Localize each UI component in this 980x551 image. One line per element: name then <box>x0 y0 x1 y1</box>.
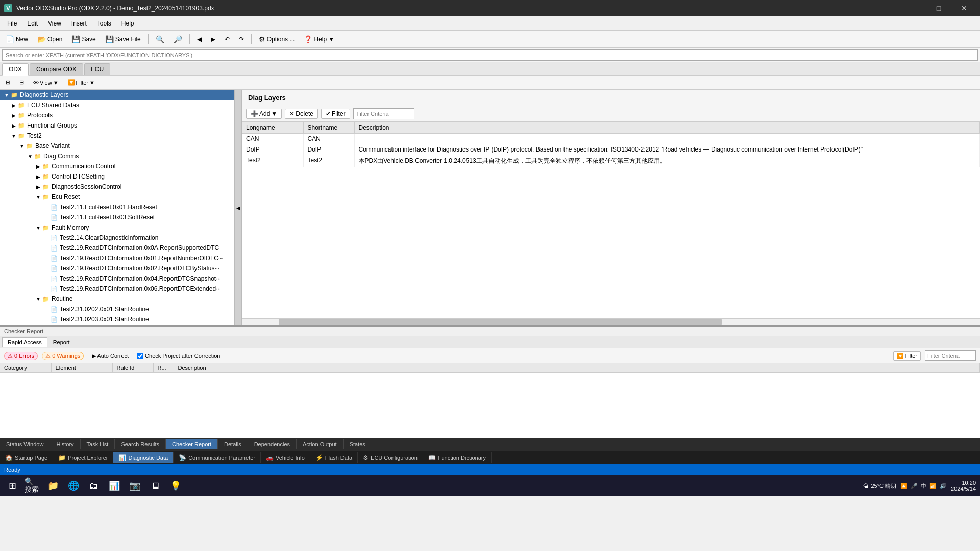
tree-item-diagnostic-layers[interactable]: ▼ 📁 Diagnostic Layers <box>0 90 234 100</box>
tree-toggle-ecu-reset[interactable]: ▼ <box>35 194 42 200</box>
tree-toggle-routine[interactable]: ▼ <box>35 296 42 302</box>
ime-icon[interactable]: 中 <box>921 482 926 490</box>
tree-item-fault1[interactable]: ▶ 📄 Test2.14.ClearDiagnosticInformation <box>0 233 234 243</box>
menu-view[interactable]: View <box>43 18 66 29</box>
search-input[interactable] <box>2 49 978 61</box>
tab-odx[interactable]: ODX <box>2 63 29 76</box>
search-icon-btn[interactable]: 🔍 <box>152 33 168 45</box>
maximize-button[interactable]: □ <box>927 0 950 16</box>
nav-tab-states[interactable]: States <box>344 439 372 449</box>
tree-toggle-diag-comms[interactable]: ▼ <box>27 154 34 159</box>
tree-item-routine2[interactable]: ▶ 📄 Test2.31.0203.0x01.StartRoutine <box>0 314 234 324</box>
tree-item-routine1[interactable]: ▶ 📄 Test2.31.0202.0x01.StartRoutine <box>0 304 234 314</box>
tree-item-fault6[interactable]: ▶ 📄 Test2.19.ReadDTCInformation.0x06.Rep… <box>0 284 234 294</box>
tree-item-base-variant[interactable]: ▼ 📁 Base Variant <box>0 141 234 151</box>
tree-item-ecu-shared-datas[interactable]: ▶ 📁 ECU Shared Datas <box>0 100 234 110</box>
dock-tab-project-explorer[interactable]: 📁 Project Explorer <box>53 452 113 463</box>
nav-tab-dependencies[interactable]: Dependencies <box>248 439 297 449</box>
tree-item-fault-memory[interactable]: ▼ 📁 Fault Memory <box>0 222 234 233</box>
delete-button[interactable]: ✕ Delete <box>285 109 318 119</box>
tree-toggle-comm-control[interactable]: ▶ <box>35 164 42 169</box>
tab-compare-odx[interactable]: Compare ODX <box>30 63 83 75</box>
find-icon-btn[interactable]: 🔎 <box>170 33 186 45</box>
tree-item-fault3[interactable]: ▶ 📄 Test2.19.ReadDTCInformation.0x01.Rep… <box>0 253 234 263</box>
nav-tab-status-window[interactable]: Status Window <box>0 439 50 449</box>
nav-tab-action-output[interactable]: Action Output <box>297 439 344 449</box>
tree-toggle-protocols[interactable]: ▶ <box>10 113 17 118</box>
tree-container[interactable]: ▼ 📁 Diagnostic Layers ▶ 📁 ECU Shared Dat… <box>0 90 234 325</box>
camera-taskbar-icon[interactable]: 📷 <box>127 478 143 494</box>
add-button[interactable]: ➕ Add ▼ <box>246 109 282 119</box>
save-file-button[interactable]: 💾 Save File <box>102 33 144 45</box>
options-button[interactable]: ⚙ Options ... <box>255 33 299 45</box>
tab-ecu[interactable]: ECU <box>84 63 110 75</box>
tree-item-control-dtcsetting[interactable]: ▶ 📁 Control DTCSetting <box>0 171 234 182</box>
check-project-option[interactable]: Check Project after Correction <box>137 353 220 359</box>
menu-help[interactable]: Help <box>116 18 139 29</box>
tree-toggle-functional-groups[interactable]: ▶ <box>10 123 17 129</box>
table-row[interactable]: DoIP DoIP Communication interface for Di… <box>242 144 980 155</box>
save-button[interactable]: 💾 Save <box>68 33 99 45</box>
wifi-icon[interactable]: 📶 <box>929 483 937 489</box>
dock-tab-ecu-configuration[interactable]: ⚙ ECU Configuration <box>358 452 423 463</box>
tree-item-ecu-reset-soft[interactable]: ▶ 📄 Test2.11.EcuReset.0x03.SoftReset <box>0 212 234 222</box>
start-button[interactable]: ⊞ <box>4 478 20 494</box>
powerpoint-taskbar-icon[interactable]: 📊 <box>106 478 122 494</box>
table-row[interactable]: Test2 Test2 本PDX由Vehicle.DB.Converter 1.… <box>242 155 980 167</box>
auto-correct-button[interactable]: ▶ Auto Correct <box>88 352 133 360</box>
mic-icon[interactable]: 🎤 <box>911 483 918 489</box>
tree-toggle-base-variant[interactable]: ▼ <box>18 143 26 149</box>
speaker-icon[interactable]: 🔊 <box>940 483 947 489</box>
horizontal-scrollbar[interactable] <box>242 318 980 325</box>
folder-taskbar-icon[interactable]: 🗂 <box>86 478 102 494</box>
close-button[interactable]: ✕ <box>952 0 976 16</box>
table-row[interactable]: CAN CAN <box>242 134 980 144</box>
menu-tools[interactable]: Tools <box>92 18 116 29</box>
tree-item-fault4[interactable]: ▶ 📄 Test2.19.ReadDTCInformation.0x02.Rep… <box>0 263 234 273</box>
nav-tab-checker-report[interactable]: Checker Report <box>166 439 218 449</box>
minimize-button[interactable]: – <box>901 0 925 16</box>
tree-item-test2[interactable]: ▼ 📁 Test2 <box>0 131 234 141</box>
check-project-checkbox[interactable] <box>137 353 143 359</box>
tree-item-protocols[interactable]: ▶ 📁 Protocols <box>0 110 234 120</box>
nav-tab-search-results[interactable]: Search Results <box>115 439 166 449</box>
tab-report[interactable]: Report <box>47 337 76 347</box>
tree-item-ecu-reset-hard[interactable]: ▶ 📄 Test2.11.EcuReset.0x01.HardReset <box>0 202 234 212</box>
filter-criteria-input[interactable] <box>353 108 414 119</box>
tree-item-diagnostic-session-control[interactable]: ▶ 📁 DiagnosticSessionControl <box>0 182 234 192</box>
arrow-left-btn[interactable]: ◀ <box>193 34 205 45</box>
new-button[interactable]: 📄 New <box>2 33 32 45</box>
dock-tab-function-dictionary[interactable]: 📖 Function Dictionary <box>423 452 492 463</box>
monitor-taskbar-icon[interactable]: 🖥 <box>147 478 163 494</box>
filter-button[interactable]: ✔ Filter <box>321 109 350 119</box>
nav-tab-details[interactable]: Details <box>218 439 248 449</box>
tree-item-functional-groups[interactable]: ▶ 📁 Functional Groups <box>0 120 234 131</box>
undo-btn[interactable]: ↶ <box>221 34 233 45</box>
arrow-right-btn[interactable]: ▶ <box>207 34 219 45</box>
tray-up-icon[interactable]: 🔼 <box>900 483 908 489</box>
tree-item-diag-comms[interactable]: ▼ 📁 Diag Comms <box>0 151 234 161</box>
collapse-btn[interactable]: ⊟ <box>16 78 28 87</box>
search-taskbar-icon[interactable]: 🔍 搜索 <box>24 478 41 494</box>
tab-rapid-access[interactable]: Rapid Access <box>2 337 47 347</box>
menu-file[interactable]: File <box>2 18 22 29</box>
panel-collapse-arrow[interactable]: ◀ <box>235 90 242 325</box>
filter-btn[interactable]: 🔽 Filter ▼ <box>64 78 99 87</box>
nav-tab-task-list[interactable]: Task List <box>81 439 115 449</box>
redo-btn[interactable]: ↷ <box>235 34 248 45</box>
dock-tab-vehicle-info[interactable]: 🚗 Vehicle Info <box>261 452 310 463</box>
expand-btn[interactable]: ⊞ <box>2 78 14 87</box>
help-button[interactable]: ❓ Help ▼ <box>300 33 338 45</box>
checker-filter-input[interactable] <box>925 350 976 361</box>
clock-widget[interactable]: 10:20 2024/5/14 <box>951 480 976 492</box>
tree-item-fault2[interactable]: ▶ 📄 Test2.19.ReadDTCInformation.0x0A.Rep… <box>0 243 234 253</box>
lightbulb-taskbar-icon[interactable]: 💡 <box>167 478 184 494</box>
file-explorer-taskbar-icon[interactable]: 📁 <box>45 478 61 494</box>
tree-toggle-fault-memory[interactable]: ▼ <box>35 225 42 231</box>
tree-item-routine[interactable]: ▼ 📁 Routine <box>0 294 234 304</box>
dock-tab-flash-data[interactable]: ⚡ Flash Data <box>310 452 358 463</box>
tree-item-comm-control[interactable]: ▶ 📁 Communication Control <box>0 161 234 171</box>
checker-filter-button[interactable]: 🔽 Filter <box>893 351 921 361</box>
nav-tab-history[interactable]: History <box>50 439 80 449</box>
tree-toggle-control-dtcsetting[interactable]: ▶ <box>35 174 42 180</box>
